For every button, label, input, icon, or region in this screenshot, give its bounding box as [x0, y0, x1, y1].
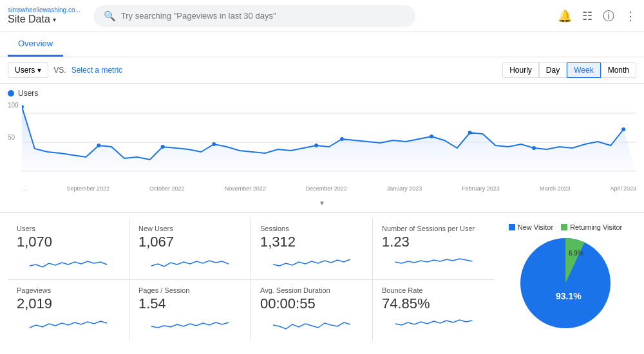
sparkline-new-users — [138, 253, 242, 271]
sparkline-bounce-rate — [382, 315, 486, 333]
x-label-mar2023: March 2023 — [540, 185, 571, 192]
sparkline-sessions-per-user — [382, 253, 486, 271]
svg-point-12 — [621, 127, 625, 131]
svg-point-7 — [314, 144, 318, 147]
stat-value-bounce-rate: 74.85% — [382, 295, 486, 312]
returning-visitor-pct-label: 6.9% — [569, 250, 583, 257]
stat-card-users: Users 1,070 — [8, 218, 129, 280]
stat-label-users: Users — [17, 225, 120, 232]
stat-value-users: 1,070 — [17, 234, 120, 250]
grid-icon[interactable]: ☷ — [582, 9, 592, 23]
x-label-dec2022: December 2022 — [306, 185, 347, 192]
stats-section: Users 1,070 New Users 1,067 Sessions 1,3… — [0, 212, 644, 346]
x-label-feb2023: February 2023 — [462, 185, 500, 192]
stat-label-sessions: Sessions — [260, 225, 363, 232]
stat-card-bounce-rate: Bounce Rate 74.85% — [373, 280, 495, 341]
stat-card-pages-session: Pages / Session 1.54 — [129, 280, 251, 341]
pie-chart: 93.1% 6.9% — [517, 235, 614, 331]
svg-point-10 — [468, 131, 472, 135]
returning-visitor-label: Returning Visitor — [570, 223, 622, 231]
stat-value-pageviews: 2,019 — [17, 295, 120, 312]
search-bar[interactable]: 🔍 — [93, 5, 415, 27]
stat-value-sessions-per-user: 1.23 — [382, 234, 486, 250]
stat-card-avg-session: Avg. Session Duration 00:00:55 — [251, 280, 373, 341]
svg-point-4 — [97, 144, 100, 147]
y-axis-100: 100 — [8, 102, 19, 109]
tab-overview[interactable]: Overview — [8, 32, 63, 57]
more-vert-icon[interactable]: ⋮ — [625, 9, 636, 23]
new-visitor-color-sq — [509, 224, 515, 230]
stat-value-pages-session: 1.54 — [138, 295, 242, 312]
dropdown-arrow-icon: ▾ — [53, 16, 56, 23]
tabs-bar: Overview — [0, 32, 644, 57]
stat-card-new-users: New Users 1,067 — [129, 218, 251, 280]
stat-card-sessions-per-user: Number of Sessions per User 1.23 — [373, 218, 495, 280]
header: simswheeliewashing.co... Site Data ▾ 🔍 🔔… — [0, 0, 644, 32]
x-label-jan2023: January 2023 — [387, 185, 422, 192]
stat-label-new-users: New Users — [138, 225, 242, 232]
metric-dropdown-button[interactable]: Users ▾ — [8, 62, 48, 78]
help-icon[interactable]: ⓘ — [603, 8, 614, 24]
stat-label-pages-session: Pages / Session — [138, 286, 242, 294]
stat-value-new-users: 1,067 — [138, 234, 242, 250]
x-label-oct2022: October 2022 — [149, 185, 185, 192]
x-label-nov2022: November 2022 — [225, 185, 266, 192]
chart-area: Users 100 50 — [0, 84, 644, 212]
sparkline-pageviews — [17, 315, 120, 333]
time-period-buttons: Hourly Day Week Month — [502, 62, 636, 78]
pie-section: New Visitor Returning Visitor — [495, 218, 636, 341]
month-button[interactable]: Month — [601, 62, 636, 78]
bell-icon[interactable]: 🔔 — [558, 9, 572, 23]
vs-label: VS. — [53, 66, 66, 75]
controls-bar: Users ▾ VS. Select a metric Hourly Day W… — [0, 57, 644, 84]
chart-container: 100 50 — [8, 100, 636, 200]
site-url: simswheeliewashing.co... — [8, 6, 80, 14]
svg-point-11 — [532, 146, 536, 150]
chart-legend-label: Users — [18, 89, 38, 98]
svg-point-5 — [161, 145, 165, 149]
x-label-sep2022: September 2022 — [67, 185, 110, 192]
pie-legend-new-visitor: New Visitor — [509, 223, 553, 231]
sparkline-pages-session — [138, 315, 242, 333]
new-visitor-pct-label: 93.1% — [556, 291, 582, 301]
day-button[interactable]: Day — [539, 62, 567, 78]
stat-label-sessions-per-user: Number of Sessions per User — [382, 225, 486, 232]
expand-chart-icon: ▼ — [319, 200, 325, 207]
week-button[interactable]: Week — [567, 62, 600, 78]
stat-card-sessions: Sessions 1,312 — [251, 218, 373, 280]
header-icons: 🔔 ☷ ⓘ ⋮ — [558, 8, 636, 24]
stat-value-avg-session: 00:00:55 — [260, 295, 363, 312]
svg-point-6 — [212, 142, 216, 146]
svg-point-8 — [340, 137, 344, 141]
pie-legend-returning-visitor: Returning Visitor — [561, 223, 622, 231]
site-data-dropdown[interactable]: Site Data ▾ — [8, 14, 80, 25]
metric-dropdown-arrow-icon: ▾ — [37, 66, 41, 75]
x-axis-labels: ... September 2022 October 2022 November… — [22, 185, 636, 192]
x-label-start: ... — [22, 185, 27, 192]
sparkline-users — [17, 253, 120, 271]
site-info: simswheeliewashing.co... Site Data ▾ — [8, 6, 80, 25]
chart-legend: Users — [8, 89, 636, 98]
stat-label-pageviews: Pageviews — [17, 286, 120, 294]
returning-visitor-color-sq — [561, 224, 567, 230]
new-visitor-label: New Visitor — [518, 223, 553, 231]
x-label-apr2023: April 2023 — [610, 185, 636, 192]
stat-label-bounce-rate: Bounce Rate — [382, 286, 486, 294]
search-icon: 🔍 — [104, 10, 116, 22]
sparkline-avg-session — [260, 315, 363, 333]
line-chart — [22, 100, 636, 184]
pie-legend: New Visitor Returning Visitor — [509, 223, 623, 231]
stats-grid: Users 1,070 New Users 1,067 Sessions 1,3… — [8, 218, 495, 341]
svg-point-3 — [22, 105, 24, 109]
select-metric-link[interactable]: Select a metric — [71, 66, 122, 75]
svg-point-9 — [430, 135, 433, 138]
pie-svg: 93.1% 6.9% — [517, 235, 614, 331]
stat-value-sessions: 1,312 — [260, 234, 363, 250]
hourly-button[interactable]: Hourly — [502, 62, 539, 78]
search-input[interactable] — [121, 11, 405, 21]
y-axis-50: 50 — [8, 134, 15, 141]
stat-card-pageviews: Pageviews 2,019 — [8, 280, 129, 341]
stat-label-avg-session: Avg. Session Duration — [260, 286, 363, 294]
users-legend-dot — [8, 90, 14, 97]
sparkline-sessions — [260, 253, 363, 271]
